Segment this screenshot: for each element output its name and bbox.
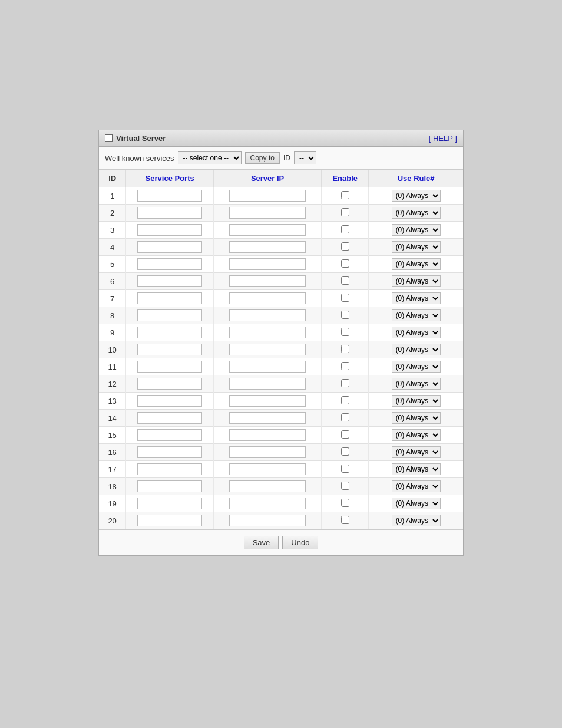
cell-ports — [126, 290, 214, 307]
rule-select[interactable]: (0) Always — [392, 395, 441, 407]
enable-checkbox[interactable] — [341, 294, 349, 302]
rule-select[interactable]: (0) Always — [392, 498, 441, 509]
service-ports-input[interactable] — [137, 258, 202, 270]
enable-checkbox[interactable] — [341, 345, 349, 353]
server-ip-input[interactable] — [229, 190, 306, 202]
rule-select[interactable]: (0) Always — [392, 361, 441, 373]
service-ports-input[interactable] — [137, 224, 202, 236]
cell-ip — [214, 307, 322, 324]
col-header-rule: Use Rule# — [369, 170, 463, 187]
save-button[interactable]: Save — [244, 536, 279, 549]
help-link[interactable]: [ HELP ] — [429, 134, 457, 143]
service-ports-input[interactable] — [137, 412, 202, 424]
server-ip-input[interactable] — [229, 241, 306, 253]
enable-checkbox[interactable] — [341, 208, 349, 216]
server-ip-input[interactable] — [229, 207, 306, 219]
cell-enable — [322, 307, 369, 324]
rule-select[interactable]: (0) Always — [392, 327, 441, 338]
undo-button[interactable]: Undo — [282, 536, 318, 549]
service-ports-input[interactable] — [137, 309, 202, 321]
server-ip-input[interactable] — [229, 224, 306, 236]
service-ports-input[interactable] — [137, 361, 202, 373]
table-row: 3(0) Always — [99, 222, 463, 239]
server-ip-input[interactable] — [229, 463, 306, 475]
cell-id: 11 — [99, 358, 126, 375]
rule-select[interactable]: (0) Always — [392, 344, 441, 355]
rule-select[interactable]: (0) Always — [392, 515, 441, 526]
enable-checkbox[interactable] — [341, 396, 349, 404]
enable-checkbox[interactable] — [341, 465, 349, 473]
rule-select[interactable]: (0) Always — [392, 480, 441, 492]
table-row: 8(0) Always — [99, 307, 463, 324]
enable-checkbox[interactable] — [341, 191, 349, 199]
rule-select[interactable]: (0) Always — [392, 412, 441, 424]
server-ip-input[interactable] — [229, 395, 306, 407]
enable-checkbox[interactable] — [341, 430, 349, 439]
rule-select[interactable]: (0) Always — [392, 446, 441, 458]
server-ip-input[interactable] — [229, 344, 306, 355]
id-select[interactable]: -- — [294, 151, 316, 164]
copy-to-button[interactable]: Copy to — [245, 152, 280, 164]
server-ip-input[interactable] — [229, 498, 306, 509]
server-ip-input[interactable] — [229, 327, 306, 338]
rule-select[interactable]: (0) Always — [392, 429, 441, 441]
enable-checkbox[interactable] — [341, 242, 349, 251]
server-ip-input[interactable] — [229, 292, 306, 304]
rule-select[interactable]: (0) Always — [392, 309, 441, 321]
rule-select[interactable]: (0) Always — [392, 207, 441, 219]
enable-checkbox[interactable] — [341, 499, 349, 507]
panel-toggle-icon[interactable] — [105, 134, 113, 142]
service-ports-input[interactable] — [137, 275, 202, 287]
service-ports-input[interactable] — [137, 207, 202, 219]
service-ports-input[interactable] — [137, 292, 202, 304]
server-ip-input[interactable] — [229, 275, 306, 287]
service-ports-input[interactable] — [137, 395, 202, 407]
service-ports-input[interactable] — [137, 498, 202, 509]
service-ports-input[interactable] — [137, 378, 202, 390]
rule-select[interactable]: (0) Always — [392, 378, 441, 390]
service-ports-input[interactable] — [137, 241, 202, 253]
service-ports-input[interactable] — [137, 515, 202, 526]
server-ip-input[interactable] — [229, 361, 306, 373]
well-known-select[interactable]: -- select one -- — [178, 151, 242, 164]
enable-checkbox[interactable] — [341, 379, 349, 387]
server-ip-input[interactable] — [229, 378, 306, 390]
server-ip-input[interactable] — [229, 258, 306, 270]
server-ip-input[interactable] — [229, 429, 306, 441]
enable-checkbox[interactable] — [341, 413, 349, 421]
server-ip-input[interactable] — [229, 480, 306, 492]
service-ports-input[interactable] — [137, 190, 202, 202]
rule-select[interactable]: (0) Always — [392, 190, 441, 202]
enable-checkbox[interactable] — [341, 225, 349, 233]
service-ports-input[interactable] — [137, 446, 202, 458]
cell-enable — [322, 393, 369, 410]
service-ports-input[interactable] — [137, 344, 202, 355]
rule-select[interactable]: (0) Always — [392, 292, 441, 304]
cell-ip — [214, 324, 322, 341]
enable-checkbox[interactable] — [341, 482, 349, 490]
rule-select[interactable]: (0) Always — [392, 224, 441, 236]
server-ip-input[interactable] — [229, 412, 306, 424]
enable-checkbox[interactable] — [341, 328, 349, 336]
server-ip-input[interactable] — [229, 309, 306, 321]
cell-ports — [126, 256, 214, 273]
enable-checkbox[interactable] — [341, 362, 349, 370]
server-ip-input[interactable] — [229, 446, 306, 458]
cell-rule: (0) Always — [369, 341, 463, 358]
cell-ports — [126, 222, 214, 239]
enable-checkbox[interactable] — [341, 447, 349, 456]
service-ports-input[interactable] — [137, 463, 202, 475]
service-ports-input[interactable] — [137, 480, 202, 492]
enable-checkbox[interactable] — [341, 311, 349, 319]
rule-select[interactable]: (0) Always — [392, 275, 441, 287]
enable-checkbox[interactable] — [341, 259, 349, 268]
enable-checkbox[interactable] — [341, 516, 349, 524]
rule-select[interactable]: (0) Always — [392, 241, 441, 253]
service-ports-input[interactable] — [137, 327, 202, 338]
service-ports-input[interactable] — [137, 429, 202, 441]
cell-rule: (0) Always — [369, 393, 463, 410]
rule-select[interactable]: (0) Always — [392, 258, 441, 270]
enable-checkbox[interactable] — [341, 276, 349, 285]
rule-select[interactable]: (0) Always — [392, 463, 441, 475]
server-ip-input[interactable] — [229, 515, 306, 526]
